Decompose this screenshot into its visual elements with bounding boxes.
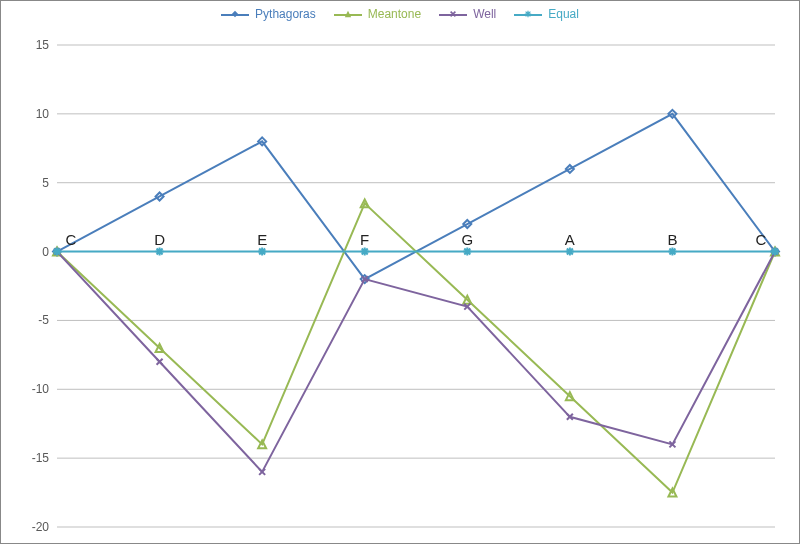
category-label: B (667, 231, 677, 248)
y-tick-label: 5 (42, 176, 57, 190)
legend-swatch (514, 8, 542, 20)
category-label: F (360, 231, 369, 248)
legend-item-well: Well (439, 7, 496, 21)
legend: Pythagoras Meantone Well Equal (1, 1, 799, 23)
y-tick-label: -5 (38, 313, 57, 327)
series-marker (771, 248, 779, 256)
category-label: G (461, 231, 473, 248)
series-marker (463, 248, 471, 256)
legend-swatch (439, 8, 467, 20)
category-label: E (257, 231, 267, 248)
legend-item-equal: Equal (514, 7, 579, 21)
series-marker (668, 248, 676, 256)
chart-container: Pythagoras Meantone Well Equal -20-15-10… (0, 0, 800, 544)
series-marker (157, 359, 163, 365)
legend-swatch (221, 8, 249, 20)
category-label: A (565, 231, 575, 248)
legend-swatch (334, 8, 362, 20)
y-tick-label: 15 (36, 38, 57, 52)
series-marker (361, 248, 369, 256)
x-icon (449, 10, 457, 18)
plot-area: -20-15-10-5051015CDEFGABC (57, 45, 775, 527)
legend-label: Equal (548, 7, 579, 21)
legend-label: Well (473, 7, 496, 21)
triangle-icon (344, 10, 352, 18)
star-icon (524, 10, 532, 18)
y-tick-label: 0 (42, 245, 57, 259)
series-line (57, 252, 775, 472)
legend-item-meantone: Meantone (334, 7, 421, 21)
y-tick-label: -15 (32, 451, 57, 465)
category-label: D (154, 231, 165, 248)
plot-svg (57, 45, 775, 527)
legend-label: Pythagoras (255, 7, 316, 21)
legend-label: Meantone (368, 7, 421, 21)
series-marker (156, 248, 164, 256)
y-tick-label: 10 (36, 107, 57, 121)
series-marker (566, 248, 574, 256)
category-label: C (756, 231, 767, 248)
category-label: C (66, 231, 77, 248)
diamond-icon (231, 10, 239, 18)
y-tick-label: -20 (32, 520, 57, 534)
y-tick-label: -10 (32, 382, 57, 396)
series-marker (258, 248, 266, 256)
legend-item-pythagoras: Pythagoras (221, 7, 316, 21)
